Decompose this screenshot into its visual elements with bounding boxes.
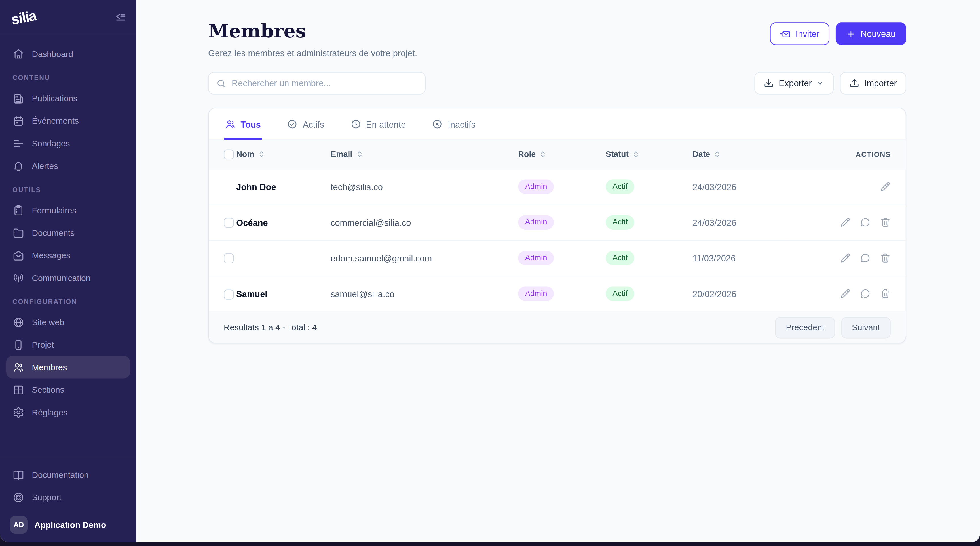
member-name: John Doe: [236, 182, 276, 192]
comment-icon[interactable]: [860, 289, 870, 299]
tab-actifs[interactable]: Actifs: [286, 108, 325, 140]
sidebar-item-label: Site web: [32, 318, 64, 327]
sidebar-item-label: Alertes: [32, 161, 58, 171]
users-icon: [13, 361, 24, 373]
sidebar-item-label: Membres: [32, 362, 67, 372]
list-lines-icon: [13, 137, 24, 149]
sort-icon[interactable]: [713, 150, 721, 159]
new-member-button[interactable]: Nouveau: [836, 22, 906, 45]
app-window: silia Dashboard CONTENU Publications Évé…: [0, 0, 980, 542]
broadcast-icon: [13, 272, 24, 284]
delete-icon[interactable]: [880, 252, 890, 263]
sidebar-footer: Documentation Support AD Application Dem…: [0, 457, 136, 542]
column-header-role[interactable]: Role: [518, 150, 536, 159]
sidebar-item-label: Sondages: [32, 139, 70, 148]
delete-icon[interactable]: [880, 289, 890, 299]
x-circle-icon: [432, 119, 443, 129]
sidebar-item-documents[interactable]: Documents: [6, 221, 130, 244]
tab-inactifs[interactable]: Inactifs: [431, 108, 477, 140]
tab-en-attente[interactable]: En attente: [349, 108, 407, 140]
newspaper-icon: [13, 92, 24, 104]
edit-icon[interactable]: [840, 217, 850, 228]
previous-page-button[interactable]: Precedent: [775, 317, 835, 338]
role-badge: Admin: [518, 215, 554, 230]
select-all-checkbox[interactable]: [224, 150, 234, 160]
export-button[interactable]: Exporter: [754, 72, 834, 94]
invite-button[interactable]: Inviter: [770, 22, 829, 45]
sidebar-item-formulaires[interactable]: Formulaires: [6, 199, 130, 221]
row-checkbox[interactable]: [224, 254, 234, 263]
members-card: Tous Actifs En attente Inactifs: [208, 107, 906, 343]
search-box[interactable]: [208, 72, 426, 94]
mail-icon: [13, 249, 24, 261]
gear-icon: [13, 406, 24, 418]
sidebar-item-sondages[interactable]: Sondages: [6, 132, 130, 154]
sidebar-item-projet[interactable]: Projet: [6, 334, 130, 356]
sidebar-item-membres[interactable]: Membres: [6, 356, 130, 378]
column-header-date[interactable]: Date: [692, 150, 710, 159]
results-count: Resultats 1 a 4 - Total : 4: [224, 322, 317, 332]
export-button-label: Exporter: [779, 78, 812, 88]
silia-logo: silia: [10, 7, 37, 28]
search-icon: [216, 78, 226, 88]
sidebar-item-evenements[interactable]: Événements: [6, 110, 130, 132]
import-button[interactable]: Importer: [840, 72, 906, 94]
edit-icon[interactable]: [840, 252, 850, 263]
invite-button-label: Inviter: [795, 29, 819, 38]
member-email: commercial@silia.co: [331, 217, 411, 227]
delete-icon[interactable]: [880, 217, 890, 228]
comment-icon[interactable]: [860, 217, 870, 228]
sidebar-item-sections[interactable]: Sections: [6, 378, 130, 401]
sort-icon[interactable]: [632, 150, 640, 159]
sidebar-item-support[interactable]: Support: [6, 486, 130, 509]
new-member-button-label: Nouveau: [861, 29, 896, 38]
column-header-nom[interactable]: Nom: [236, 150, 255, 159]
check-circle-icon: [287, 119, 298, 129]
sidebar-item-label: Projet: [32, 340, 54, 349]
sidebar-item-site-web[interactable]: Site web: [6, 311, 130, 333]
book-open-icon: [13, 469, 24, 481]
table-footer: Resultats 1 a 4 - Total : 4 Precedent Su…: [209, 311, 906, 343]
chevron-down-icon: [816, 79, 824, 88]
row-checkbox[interactable]: [224, 218, 234, 228]
column-header-email[interactable]: Email: [331, 150, 352, 159]
plus-icon: [846, 29, 856, 38]
account-switcher[interactable]: AD Application Demo: [6, 512, 130, 535]
sidebar-item-publications[interactable]: Publications: [6, 87, 130, 109]
sidebar-item-communication[interactable]: Communication: [6, 267, 130, 289]
sidebar-item-label: Dashboard: [32, 49, 73, 59]
column-header-statut[interactable]: Statut: [606, 150, 628, 159]
tab-label: Actifs: [303, 119, 324, 129]
sort-icon[interactable]: [539, 150, 547, 159]
sidebar-item-documentation[interactable]: Documentation: [6, 463, 130, 486]
life-buoy-icon: [13, 491, 24, 503]
upload-icon: [849, 78, 859, 88]
sidebar-item-messages[interactable]: Messages: [6, 244, 130, 267]
sidebar-header: silia: [0, 0, 136, 34]
sidebar-item-label: Réglages: [32, 407, 67, 417]
edit-icon[interactable]: [840, 289, 850, 299]
sort-icon[interactable]: [355, 150, 364, 159]
tab-tous[interactable]: Tous: [224, 108, 262, 140]
row-checkbox[interactable]: [224, 289, 234, 299]
collapse-sidebar-icon[interactable]: [114, 11, 126, 23]
comment-icon[interactable]: [860, 252, 870, 263]
page-header: Membres Gerez les membres et administrat…: [208, 21, 906, 58]
sidebar-item-label: Support: [32, 493, 61, 502]
status-tabs: Tous Actifs En attente Inactifs: [209, 108, 906, 140]
toolbar: Exporter Importer: [208, 72, 906, 94]
table-row: Samuel samuel@silia.co Admin Actif 20/02…: [209, 276, 906, 311]
sidebar-item-reglages[interactable]: Réglages: [6, 401, 130, 423]
sidebar-item-dashboard[interactable]: Dashboard: [6, 43, 130, 65]
status-badge: Actif: [606, 215, 635, 230]
member-name: Samuel: [236, 289, 267, 299]
sidebar-item-alertes[interactable]: Alertes: [6, 154, 130, 177]
member-email: tech@silia.co: [331, 182, 383, 192]
status-badge: Actif: [606, 180, 635, 194]
tab-label: Inactifs: [448, 119, 476, 129]
clock-icon: [350, 119, 361, 129]
sort-icon[interactable]: [258, 150, 266, 159]
next-page-button[interactable]: Suivant: [842, 317, 891, 338]
search-input[interactable]: [232, 78, 417, 88]
edit-icon[interactable]: [880, 181, 890, 192]
